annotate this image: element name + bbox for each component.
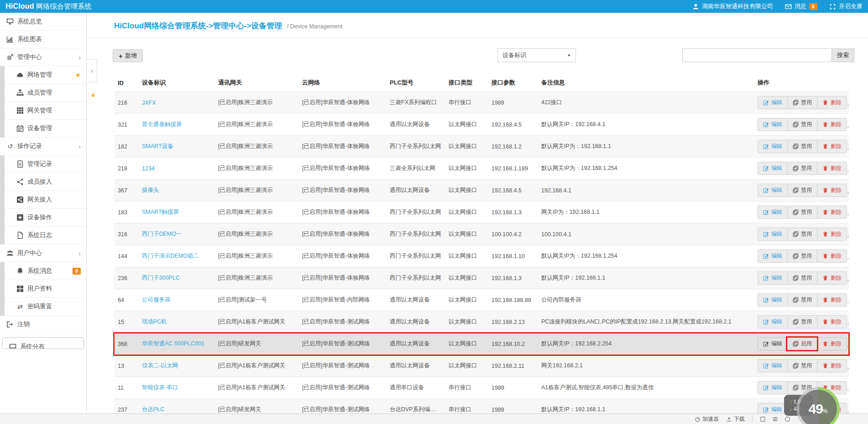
- disable-button[interactable]: 禁用: [787, 118, 817, 131]
- device-name-link[interactable]: SMART触摸屏: [142, 209, 179, 215]
- edit-button[interactable]: 编辑: [758, 338, 787, 350]
- disable-button[interactable]: 禁用: [787, 184, 817, 196]
- sidebar-item-network-management[interactable]: 网络管理★: [5, 66, 86, 84]
- delete-button[interactable]: 删除: [817, 250, 847, 262]
- delete-button[interactable]: 删除: [817, 96, 847, 109]
- device-filter-select[interactable]: 设备标识 ▼: [497, 48, 576, 62]
- disable-button[interactable]: 禁用: [787, 162, 817, 175]
- fullscreen-button[interactable]: 开启全屏: [829, 2, 863, 11]
- delete-button-label: 删除: [831, 164, 842, 172]
- device-name-link[interactable]: 昆仑通泰触摸屏: [142, 121, 182, 127]
- sidebar-item-logout[interactable]: 注销: [0, 316, 86, 334]
- delete-button[interactable]: 删除: [817, 228, 847, 240]
- device-name-link[interactable]: 智能仪表-串口: [142, 384, 178, 391]
- enable-button[interactable]: 启用: [787, 338, 817, 350]
- device-name-link[interactable]: 1234: [142, 165, 155, 172]
- edit-button[interactable]: 编辑: [758, 294, 787, 306]
- edit-button[interactable]: 编辑: [758, 140, 787, 153]
- device-name-link[interactable]: JXFX: [142, 100, 156, 106]
- circle-icon[interactable]: [784, 416, 790, 422]
- edit-button[interactable]: 编辑: [758, 228, 787, 240]
- sidebar-item-label: 管理记录: [27, 160, 81, 168]
- device-name-cell: 西门子DEMO一: [138, 223, 214, 245]
- clone-icon: [793, 209, 799, 215]
- edit-button[interactable]: 编辑: [758, 184, 787, 196]
- device-plc-model: 西门子全系列以太网: [386, 223, 445, 245]
- delete-button[interactable]: 删除: [817, 316, 847, 328]
- delete-button[interactable]: 删除: [817, 338, 847, 350]
- device-name-link[interactable]: 现场PC机: [142, 318, 167, 325]
- sidebar-item-gateway-access[interactable]: 网关接入: [5, 191, 86, 209]
- edit-button-label: 编辑: [771, 164, 782, 172]
- sidebar-item-user-center[interactable]: 用户中心›: [0, 244, 86, 262]
- edit-button[interactable]: 编辑: [758, 96, 787, 109]
- sidebar-item-device-operation[interactable]: 设备操作: [5, 209, 86, 227]
- disable-button[interactable]: 禁用: [787, 206, 817, 218]
- edit-button[interactable]: 编辑: [758, 118, 787, 131]
- edit-button[interactable]: 编辑: [758, 316, 787, 328]
- device-name-link[interactable]: 西门子演示DEMO箱二: [142, 253, 199, 259]
- delete-button[interactable]: 删除: [817, 272, 847, 284]
- search-input[interactable]: [682, 48, 831, 62]
- sidebar-item-management-records[interactable]: 管理记录: [5, 155, 86, 173]
- device-name-link[interactable]: 西门子DEMO一: [142, 231, 182, 237]
- add-device-button[interactable]: + 新增: [113, 49, 143, 62]
- menu-lines-icon[interactable]: [772, 416, 778, 422]
- device-name-link[interactable]: 公司服务器: [142, 297, 171, 303]
- delete-button[interactable]: 删除: [817, 162, 847, 175]
- messages-button[interactable]: 消息 0: [785, 2, 817, 11]
- device-name-link[interactable]: SMART设备: [142, 143, 173, 149]
- sidebar-item-member-management[interactable]: 成员管理: [5, 84, 86, 102]
- action-button-group: 编辑禁用删除: [758, 118, 847, 131]
- device-name-link[interactable]: 摄像头: [142, 187, 159, 193]
- device-row: 321昆仑通泰触摸屏[已启用]株洲三菱演示[已启用]华辰智通-体验网络通用以太网…: [114, 114, 849, 136]
- edit-button[interactable]: 编辑: [758, 162, 787, 175]
- delete-button[interactable]: 删除: [817, 118, 847, 131]
- edit-button[interactable]: 编辑: [758, 206, 787, 218]
- accelerator-button[interactable]: 加速器: [695, 415, 719, 423]
- device-name-link[interactable]: 华辰智通AC 500PLC001: [142, 340, 204, 347]
- delete-button[interactable]: 删除: [817, 140, 847, 153]
- sidebar-item-user-profile[interactable]: 用户资料: [5, 280, 86, 298]
- sidebar-item-operation-records[interactable]: ↺操作记录›: [0, 138, 86, 155]
- favorite-star-icon[interactable]: ★: [90, 91, 96, 99]
- device-name-link[interactable]: 西门子300PLC: [142, 275, 180, 281]
- device-name-cell: 摄像头: [138, 180, 214, 201]
- pencil-icon: [763, 122, 769, 127]
- edit-button[interactable]: 编辑: [758, 250, 787, 262]
- device-name-link[interactable]: 台达PLC: [142, 406, 164, 413]
- delete-button[interactable]: 删除: [817, 206, 847, 218]
- sidebar-item-system-overview[interactable]: 系统总览: [0, 13, 86, 31]
- bell-icon: [16, 267, 24, 275]
- disable-button[interactable]: 禁用: [787, 360, 817, 372]
- disable-button[interactable]: 禁用: [787, 316, 817, 328]
- edit-button[interactable]: 编辑: [758, 272, 787, 284]
- sidebar-item-system-messages[interactable]: 系统消息0: [5, 262, 86, 280]
- account-menu[interactable]: 湖南华辰智通科技有限公司: [692, 2, 773, 11]
- app-logo-text: 网络综合管理系统: [36, 2, 92, 10]
- sidebar-item-system-logs[interactable]: 系统日志: [5, 227, 86, 244]
- download-button[interactable]: 下载: [726, 415, 745, 423]
- edit-button[interactable]: 编辑: [758, 382, 787, 394]
- delete-button[interactable]: 删除: [817, 294, 847, 306]
- sidebar-item-password-reset[interactable]: ⇄密码重置: [5, 298, 86, 316]
- sidebar-item-device-management[interactable]: 设备管理: [5, 120, 86, 138]
- disable-button[interactable]: 禁用: [787, 96, 817, 109]
- sidebar-item-gateway-management[interactable]: 网关管理: [5, 102, 86, 120]
- delete-button[interactable]: 删除: [817, 360, 847, 372]
- disable-button[interactable]: 禁用: [787, 272, 817, 284]
- edit-button[interactable]: 编辑: [758, 360, 787, 372]
- delete-button[interactable]: 删除: [817, 184, 847, 196]
- window-icon[interactable]: [760, 416, 766, 422]
- sidebar-item-system-charts[interactable]: 系统图表: [0, 31, 86, 48]
- device-row: 216JXFX[已启用]株洲三菱演示[已启用]华辰智通-体验网络三菱FX系列编程…: [114, 92, 849, 114]
- sidebar-item-member-access[interactable]: 成员接入: [5, 173, 86, 191]
- disable-button[interactable]: 禁用: [787, 294, 817, 306]
- search-button[interactable]: 搜索: [831, 48, 854, 62]
- disable-button[interactable]: 禁用: [787, 250, 817, 262]
- device-name-link[interactable]: 仪表二-以太网: [142, 362, 178, 369]
- sidebar-item-system-distribution[interactable]: 系统分布: [3, 338, 84, 349]
- disable-button[interactable]: 禁用: [787, 140, 817, 153]
- disable-button[interactable]: 禁用: [787, 228, 817, 240]
- sidebar-item-management-center[interactable]: 管理中心›: [0, 48, 86, 66]
